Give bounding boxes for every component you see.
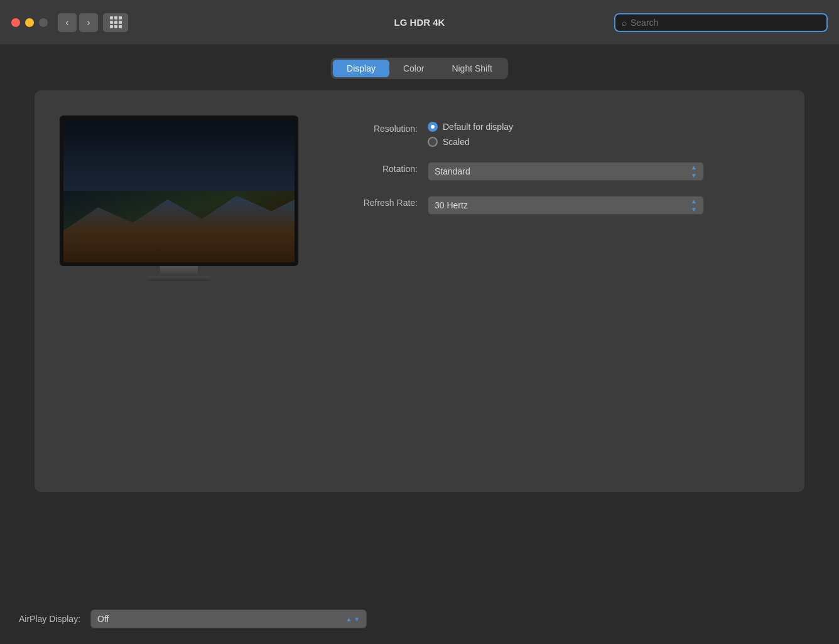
minimize-button[interactable] — [25, 18, 34, 27]
resolution-radio-group: Default for display Scaled — [428, 122, 779, 147]
forward-button[interactable]: › — [79, 13, 98, 32]
close-button[interactable] — [11, 18, 20, 27]
airplay-label: AirPlay Display: — [19, 614, 80, 624]
resolution-label: Resolution: — [336, 122, 418, 134]
maximize-button[interactable] — [39, 18, 48, 27]
down-arrow-icon: ▼ — [354, 616, 360, 623]
tab-bar: Display Color Night Shift — [331, 58, 508, 79]
tabs-container: Display Color Night Shift — [35, 58, 804, 79]
resolution-default-label: Default for display — [443, 122, 513, 132]
radio-scaled[interactable] — [428, 137, 438, 147]
forward-icon: › — [87, 17, 90, 28]
search-bar[interactable]: ⌕ — [614, 13, 828, 32]
nav-buttons: ‹ › — [58, 13, 128, 32]
up-arrow-icon: ▲ — [691, 164, 697, 171]
rotation-label: Rotation: — [336, 162, 418, 174]
refresh-rate-select[interactable]: 30 Hertz ▲ ▼ — [428, 196, 704, 215]
grid-icon — [110, 16, 122, 28]
refresh-rate-label: Refresh Rate: — [336, 196, 418, 208]
refresh-rate-control: 30 Hertz ▲ ▼ — [428, 196, 779, 215]
resolution-control: Default for display Scaled — [428, 122, 779, 147]
down-arrow-icon: ▼ — [691, 206, 697, 213]
rotation-arrows: ▲ ▼ — [691, 164, 697, 179]
search-input[interactable] — [631, 18, 820, 28]
tab-color[interactable]: Color — [389, 60, 438, 77]
resolution-scaled-label: Scaled — [443, 137, 470, 147]
resolution-default-option[interactable]: Default for display — [428, 122, 779, 132]
refresh-rate-row: Refresh Rate: 30 Hertz ▲ ▼ — [336, 196, 779, 215]
rotation-select[interactable]: Standard ▲ ▼ — [428, 162, 704, 181]
refresh-rate-value: 30 Hertz — [435, 200, 691, 210]
up-arrow-icon: ▲ — [345, 616, 352, 623]
main-content: Display Color Night Shift Resolution: — [0, 45, 839, 594]
down-arrow-icon: ▼ — [691, 172, 697, 179]
window-title: LG HDR 4K — [394, 17, 445, 28]
search-icon: ⌕ — [622, 18, 627, 28]
airplay-value: Off — [97, 614, 345, 624]
resolution-row: Resolution: Default for display Scaled — [336, 122, 779, 147]
window-controls — [11, 18, 48, 27]
tab-night-shift[interactable]: Night Shift — [438, 60, 506, 77]
airplay-arrows: ▲ ▼ — [345, 616, 360, 623]
rotation-value: Standard — [435, 166, 691, 176]
bottom-section: AirPlay Display: Off ▲ ▼ Show mirroring … — [0, 594, 839, 644]
titlebar: ‹ › LG HDR 4K ⌕ — [0, 0, 839, 45]
monitor-stand — [160, 266, 198, 276]
resolution-scaled-option[interactable]: Scaled — [428, 137, 779, 147]
refresh-rate-arrows: ▲ ▼ — [691, 198, 697, 213]
airplay-select[interactable]: Off ▲ ▼ — [90, 609, 367, 628]
monitor-base — [148, 276, 210, 281]
airplay-bar: AirPlay Display: Off ▲ ▼ — [0, 594, 839, 644]
rotation-control: Standard ▲ ▼ — [428, 162, 779, 181]
up-arrow-icon: ▲ — [691, 198, 697, 205]
radio-default[interactable] — [428, 122, 438, 132]
content-panel: Resolution: Default for display Scaled — [35, 90, 804, 492]
monitor-frame — [60, 115, 298, 266]
monitor-preview — [60, 115, 298, 281]
tab-display[interactable]: Display — [333, 60, 389, 77]
rotation-row: Rotation: Standard ▲ ▼ — [336, 162, 779, 181]
back-button[interactable]: ‹ — [58, 13, 77, 32]
grid-button[interactable] — [103, 13, 128, 32]
settings-panel: Resolution: Default for display Scaled — [336, 115, 779, 230]
monitor-screen — [63, 119, 295, 262]
back-icon: ‹ — [65, 17, 68, 28]
